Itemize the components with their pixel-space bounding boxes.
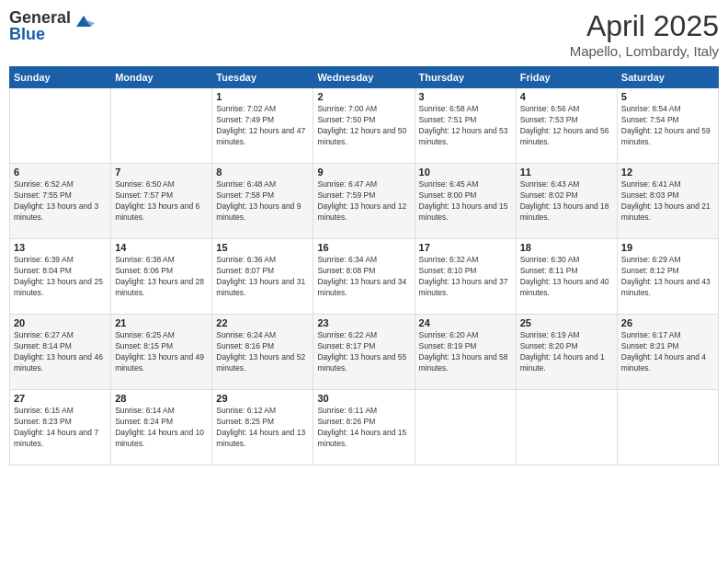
day-number: 3 — [419, 91, 512, 102]
day-info: Sunrise: 6:12 AM Sunset: 8:25 PM Dayligh… — [216, 406, 309, 450]
calendar-cell: 8Sunrise: 6:48 AM Sunset: 7:58 PM Daylig… — [212, 164, 313, 239]
calendar-week-0: 1Sunrise: 7:02 AM Sunset: 7:49 PM Daylig… — [10, 88, 719, 164]
day-number: 17 — [419, 242, 512, 253]
day-number: 5 — [621, 91, 714, 102]
calendar-cell: 24Sunrise: 6:20 AM Sunset: 8:19 PM Dayli… — [415, 315, 516, 390]
day-info: Sunrise: 6:38 AM Sunset: 8:06 PM Dayligh… — [115, 255, 208, 299]
day-number: 13 — [14, 242, 107, 253]
logo-icon — [73, 10, 95, 32]
calendar-cell: 20Sunrise: 6:27 AM Sunset: 8:14 PM Dayli… — [10, 315, 111, 390]
day-number: 8 — [216, 167, 309, 178]
day-info: Sunrise: 6:20 AM Sunset: 8:19 PM Dayligh… — [419, 330, 512, 374]
day-number: 1 — [216, 91, 309, 102]
calendar-cell: 4Sunrise: 6:56 AM Sunset: 7:53 PM Daylig… — [516, 88, 617, 164]
calendar-cell: 3Sunrise: 6:58 AM Sunset: 7:51 PM Daylig… — [415, 88, 516, 164]
day-info: Sunrise: 6:50 AM Sunset: 7:57 PM Dayligh… — [115, 179, 208, 224]
calendar-cell — [516, 390, 617, 465]
calendar-cell — [415, 390, 516, 465]
calendar-week-4: 27Sunrise: 6:15 AM Sunset: 8:23 PM Dayli… — [10, 390, 719, 465]
day-number: 15 — [216, 242, 309, 253]
header-monday: Monday — [111, 67, 212, 88]
calendar-cell: 22Sunrise: 6:24 AM Sunset: 8:16 PM Dayli… — [212, 315, 313, 390]
day-number: 29 — [216, 393, 309, 404]
logo-blue: Blue — [9, 26, 71, 42]
day-number: 6 — [14, 167, 107, 178]
page: General Blue April 2025 Mapello, Lombard… — [0, 0, 728, 563]
title-area: April 2025 Mapello, Lombardy, Italy — [570, 9, 719, 59]
day-info: Sunrise: 6:45 AM Sunset: 8:00 PM Dayligh… — [419, 179, 512, 224]
day-info: Sunrise: 6:58 AM Sunset: 7:51 PM Dayligh… — [419, 104, 512, 148]
calendar-cell: 1Sunrise: 7:02 AM Sunset: 7:49 PM Daylig… — [212, 88, 313, 164]
header-friday: Friday — [516, 67, 617, 88]
calendar-cell — [617, 390, 718, 465]
month-title: April 2025 — [570, 9, 719, 43]
day-number: 20 — [14, 317, 107, 328]
logo-general: General — [9, 9, 71, 26]
header-tuesday: Tuesday — [212, 67, 313, 88]
weekday-header-row: Sunday Monday Tuesday Wednesday Thursday… — [10, 67, 719, 88]
day-number: 27 — [14, 393, 107, 404]
day-info: Sunrise: 6:41 AM Sunset: 8:03 PM Dayligh… — [621, 179, 714, 224]
calendar-cell: 14Sunrise: 6:38 AM Sunset: 8:06 PM Dayli… — [111, 239, 212, 315]
calendar-cell: 29Sunrise: 6:12 AM Sunset: 8:25 PM Dayli… — [212, 390, 313, 465]
calendar-cell: 10Sunrise: 6:45 AM Sunset: 8:00 PM Dayli… — [415, 164, 516, 239]
day-info: Sunrise: 6:30 AM Sunset: 8:11 PM Dayligh… — [520, 255, 613, 299]
calendar-cell: 30Sunrise: 6:11 AM Sunset: 8:26 PM Dayli… — [313, 390, 415, 465]
day-info: Sunrise: 6:11 AM Sunset: 8:26 PM Dayligh… — [317, 406, 410, 450]
logo: General Blue — [9, 9, 95, 42]
day-info: Sunrise: 6:54 AM Sunset: 7:54 PM Dayligh… — [621, 104, 714, 148]
day-info: Sunrise: 7:00 AM Sunset: 7:50 PM Dayligh… — [317, 104, 410, 148]
day-number: 16 — [317, 242, 410, 253]
calendar-cell: 28Sunrise: 6:14 AM Sunset: 8:24 PM Dayli… — [111, 390, 212, 465]
day-info: Sunrise: 6:27 AM Sunset: 8:14 PM Dayligh… — [14, 330, 107, 374]
calendar-cell: 21Sunrise: 6:25 AM Sunset: 8:15 PM Dayli… — [111, 315, 212, 390]
day-number: 10 — [419, 167, 512, 178]
calendar-week-1: 6Sunrise: 6:52 AM Sunset: 7:55 PM Daylig… — [10, 164, 719, 239]
calendar-cell: 26Sunrise: 6:17 AM Sunset: 8:21 PM Dayli… — [617, 315, 718, 390]
calendar-cell: 27Sunrise: 6:15 AM Sunset: 8:23 PM Dayli… — [10, 390, 111, 465]
day-number: 21 — [115, 317, 208, 328]
day-number: 14 — [115, 242, 208, 253]
header-saturday: Saturday — [617, 67, 718, 88]
header-thursday: Thursday — [415, 67, 516, 88]
calendar-cell: 11Sunrise: 6:43 AM Sunset: 8:02 PM Dayli… — [516, 164, 617, 239]
calendar-table: Sunday Monday Tuesday Wednesday Thursday… — [9, 66, 719, 465]
location-title: Mapello, Lombardy, Italy — [570, 43, 719, 59]
day-number: 11 — [520, 167, 613, 178]
day-info: Sunrise: 6:24 AM Sunset: 8:16 PM Dayligh… — [216, 330, 309, 374]
day-number: 18 — [520, 242, 613, 253]
day-number: 28 — [115, 393, 208, 404]
day-info: Sunrise: 6:14 AM Sunset: 8:24 PM Dayligh… — [115, 406, 208, 450]
day-info: Sunrise: 6:52 AM Sunset: 7:55 PM Dayligh… — [14, 179, 107, 224]
calendar-cell: 7Sunrise: 6:50 AM Sunset: 7:57 PM Daylig… — [111, 164, 212, 239]
calendar-cell: 17Sunrise: 6:32 AM Sunset: 8:10 PM Dayli… — [415, 239, 516, 315]
calendar-cell — [10, 88, 111, 164]
day-info: Sunrise: 6:15 AM Sunset: 8:23 PM Dayligh… — [14, 406, 107, 450]
calendar-cell: 16Sunrise: 6:34 AM Sunset: 8:08 PM Dayli… — [313, 239, 415, 315]
day-info: Sunrise: 6:56 AM Sunset: 7:53 PM Dayligh… — [520, 104, 613, 148]
calendar-cell: 18Sunrise: 6:30 AM Sunset: 8:11 PM Dayli… — [516, 239, 617, 315]
day-info: Sunrise: 6:19 AM Sunset: 8:20 PM Dayligh… — [520, 330, 613, 374]
day-number: 26 — [621, 317, 714, 328]
day-info: Sunrise: 6:48 AM Sunset: 7:58 PM Dayligh… — [216, 179, 309, 224]
calendar-cell: 6Sunrise: 6:52 AM Sunset: 7:55 PM Daylig… — [10, 164, 111, 239]
day-number: 24 — [419, 317, 512, 328]
calendar-week-3: 20Sunrise: 6:27 AM Sunset: 8:14 PM Dayli… — [10, 315, 719, 390]
day-number: 2 — [317, 91, 410, 102]
calendar-cell: 23Sunrise: 6:22 AM Sunset: 8:17 PM Dayli… — [313, 315, 415, 390]
day-info: Sunrise: 6:29 AM Sunset: 8:12 PM Dayligh… — [621, 255, 714, 299]
day-info: Sunrise: 6:25 AM Sunset: 8:15 PM Dayligh… — [115, 330, 208, 374]
calendar-cell: 12Sunrise: 6:41 AM Sunset: 8:03 PM Dayli… — [617, 164, 718, 239]
calendar-cell: 2Sunrise: 7:00 AM Sunset: 7:50 PM Daylig… — [313, 88, 415, 164]
day-number: 12 — [621, 167, 714, 178]
calendar-cell: 19Sunrise: 6:29 AM Sunset: 8:12 PM Dayli… — [617, 239, 718, 315]
calendar-cell: 25Sunrise: 6:19 AM Sunset: 8:20 PM Dayli… — [516, 315, 617, 390]
day-info: Sunrise: 6:43 AM Sunset: 8:02 PM Dayligh… — [520, 179, 613, 224]
day-number: 19 — [621, 242, 714, 253]
day-info: Sunrise: 6:34 AM Sunset: 8:08 PM Dayligh… — [317, 255, 410, 299]
header-wednesday: Wednesday — [313, 67, 415, 88]
day-number: 25 — [520, 317, 613, 328]
header: General Blue April 2025 Mapello, Lombard… — [9, 9, 719, 59]
day-info: Sunrise: 6:22 AM Sunset: 8:17 PM Dayligh… — [317, 330, 410, 374]
calendar-cell: 5Sunrise: 6:54 AM Sunset: 7:54 PM Daylig… — [617, 88, 718, 164]
